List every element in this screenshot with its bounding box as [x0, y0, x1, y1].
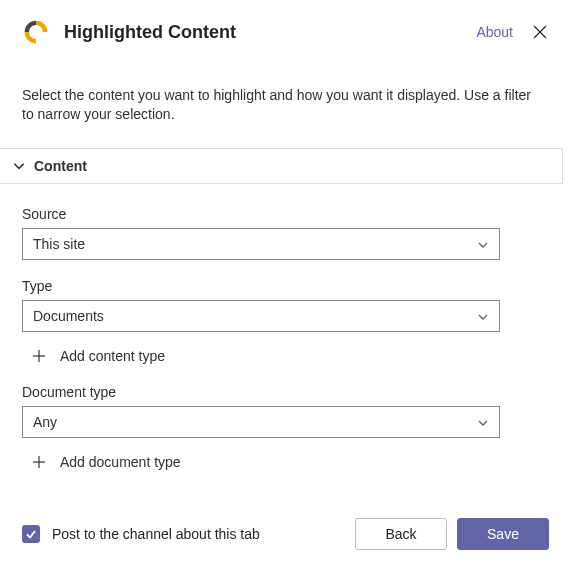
content-section-header[interactable]: Content	[0, 148, 563, 184]
post-to-channel-checkbox[interactable]	[22, 525, 40, 543]
document-type-label: Document type	[22, 384, 543, 400]
source-value: This site	[33, 236, 85, 252]
document-type-dropdown[interactable]: Any	[22, 406, 500, 438]
close-button[interactable]	[531, 23, 549, 41]
back-button[interactable]: Back	[355, 518, 447, 550]
dialog-header: Highlighted Content About	[0, 0, 571, 58]
type-value: Documents	[33, 308, 104, 324]
source-label: Source	[22, 206, 543, 222]
dialog-footer: Post to the channel about this tab Back …	[0, 502, 571, 566]
back-button-label: Back	[385, 526, 416, 542]
dialog-title: Highlighted Content	[64, 22, 476, 43]
type-field: Type Documents Add content type	[22, 278, 563, 366]
save-button-label: Save	[487, 526, 519, 542]
source-field: Source This site	[22, 206, 563, 260]
section-title: Content	[34, 158, 87, 174]
close-icon	[533, 25, 547, 39]
content-scroll-region[interactable]: Select the content you want to highlight…	[0, 74, 571, 502]
source-dropdown[interactable]: This site	[22, 228, 500, 260]
add-document-type-label: Add document type	[60, 454, 181, 470]
about-link[interactable]: About	[476, 24, 513, 40]
document-type-value: Any	[33, 414, 57, 430]
save-button[interactable]: Save	[457, 518, 549, 550]
document-type-field: Document type Any Add document type	[22, 384, 563, 472]
post-to-channel-label: Post to the channel about this tab	[52, 526, 345, 542]
chevron-down-icon	[477, 310, 489, 322]
add-document-type-link[interactable]: Add document type	[22, 452, 543, 472]
add-content-type-link[interactable]: Add content type	[22, 346, 543, 366]
chevron-down-icon	[477, 238, 489, 250]
plus-icon	[32, 455, 46, 469]
add-content-type-label: Add content type	[60, 348, 165, 364]
plus-icon	[32, 349, 46, 363]
type-label: Type	[22, 278, 543, 294]
highlighted-content-icon	[22, 18, 50, 46]
chevron-down-icon	[12, 159, 26, 173]
checkmark-icon	[25, 528, 37, 540]
chevron-down-icon	[477, 416, 489, 428]
intro-text: Select the content you want to highlight…	[22, 86, 563, 124]
type-dropdown[interactable]: Documents	[22, 300, 500, 332]
